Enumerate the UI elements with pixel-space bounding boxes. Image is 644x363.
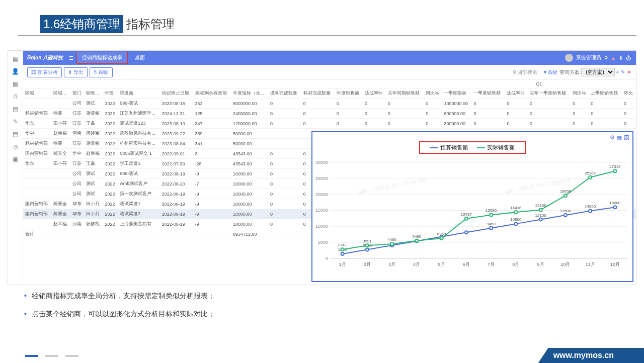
svg-point-54 — [440, 237, 443, 240]
search-input[interactable]: ⚲ 回车搜索 — [513, 69, 538, 76]
toolbar: ☷ 图表分析 ⬆ 导出 ↻ 刷新 ⚲ 回车搜索 ▼ 高级 查询方案: (空方案)… — [23, 65, 636, 80]
svg-text:0: 0 — [326, 256, 328, 261]
power-icon[interactable]: ⏻ — [626, 55, 631, 61]
svg-point-48 — [366, 244, 369, 247]
bullet-1: 经销商指标完成率全局分析，支持按需定制类似分析报表； — [32, 292, 215, 300]
filter-icon[interactable]: ▼ — [542, 69, 547, 75]
svg-text:9月: 9月 — [537, 262, 544, 267]
svg-point-58 — [490, 213, 493, 216]
svg-text:14850: 14850 — [585, 204, 596, 209]
sidebar-icon-print[interactable]: ⎙ — [11, 92, 20, 101]
sidebar-icon-doc[interactable]: ▤ — [11, 105, 20, 114]
chart-excel-icon[interactable]: ▦ — [617, 134, 622, 141]
sidebar-icon-apps[interactable]: ▦ — [11, 79, 20, 88]
svg-text:25367: 25367 — [585, 171, 596, 175]
svg-point-40 — [564, 214, 567, 217]
svg-text:6258: 6258 — [437, 232, 446, 236]
sidebar-icon-tool[interactable]: ✎ — [11, 117, 20, 126]
bell-icon[interactable]: ▲ — [611, 55, 616, 61]
svg-text:10000: 10000 — [315, 224, 328, 229]
svg-text:12437: 12437 — [461, 212, 472, 217]
svg-point-33 — [465, 231, 468, 234]
svg-point-50 — [390, 242, 393, 245]
slide-title: 1.6经销商管理 指标管理 — [40, 15, 178, 33]
sidebar-icon-user[interactable]: 👤 — [11, 67, 20, 76]
svg-text:15000: 15000 — [315, 208, 328, 213]
svg-text:2741: 2741 — [338, 243, 347, 247]
svg-point-64 — [564, 194, 567, 197]
title-part-a: 1.6经销商管理 — [40, 15, 123, 33]
tab-desktop[interactable]: 桌面 — [130, 52, 150, 63]
svg-point-26 — [341, 252, 344, 255]
chart-settings-icon[interactable]: ⚙ — [610, 134, 615, 141]
refresh-button[interactable]: ↻ 刷新 — [90, 67, 113, 77]
chart-legend: 预算销售额 实际销售额 — [419, 141, 526, 154]
sidebar-icon-file[interactable]: ▤ — [11, 130, 20, 139]
svg-text:12150: 12150 — [535, 213, 547, 218]
svg-point-60 — [514, 211, 517, 214]
svg-text:19658: 19658 — [560, 189, 572, 194]
user-area[interactable]: 系统管理员 ⚲ ▲ ⬇ ⏻ — [565, 54, 636, 62]
svg-point-42 — [589, 209, 592, 212]
svg-text:9450: 9450 — [487, 222, 496, 226]
svg-point-34 — [490, 227, 493, 230]
svg-text:3月: 3月 — [388, 262, 395, 267]
scheme-select[interactable]: (空方案) — [581, 68, 615, 76]
svg-text:10800: 10800 — [510, 217, 522, 222]
delete-icon[interactable]: ✕ — [627, 69, 631, 75]
svg-text:5490: 5490 — [412, 234, 421, 239]
bullets: •经销商指标完成率全局分析，支持按需定制类似分析报表； •点击某个经销商，可以以… — [24, 292, 215, 328]
svg-text:4466: 4466 — [387, 237, 396, 242]
download-icon[interactable]: ⬇ — [619, 55, 623, 61]
chart-tools: ⚙ ▦ 🖼 — [610, 134, 629, 141]
advanced-link[interactable]: 高级 — [547, 69, 557, 76]
sidebar-icon-target[interactable]: ◎ — [11, 142, 20, 151]
sidebar: ▦ 👤 ▦ ⎙ ▤ ✎ ▤ ◎ ▣ — [8, 51, 23, 285]
svg-point-28 — [366, 248, 369, 251]
svg-text:27319: 27319 — [609, 164, 621, 169]
search-icon[interactable]: ⚲ — [604, 55, 608, 61]
svg-text:5月: 5月 — [438, 262, 445, 267]
edit-icon[interactable]: ✎ — [621, 69, 625, 75]
user-name: 系统管理员 — [576, 54, 601, 61]
logo: Bojun 八骏科技 — [23, 54, 66, 61]
sidebar-icon-dashboard[interactable]: ▦ — [11, 54, 20, 63]
page-indicators — [25, 355, 78, 357]
svg-point-52 — [415, 239, 418, 242]
add-icon[interactable]: + — [616, 69, 619, 75]
svg-point-46 — [341, 248, 344, 251]
menu-icon[interactable]: ☰ — [69, 55, 73, 61]
bullet-2: 点击某个经销商，可以以图形化方式分析目标和实际对比； — [32, 310, 215, 318]
svg-text:13500: 13500 — [560, 209, 572, 213]
footer-url: www.mymos.cn — [538, 348, 644, 363]
svg-text:6月: 6月 — [463, 262, 470, 267]
svg-text:4月: 4月 — [413, 262, 420, 267]
svg-text:5000: 5000 — [318, 240, 328, 245]
legend-item-1: 预算销售额 — [440, 144, 468, 151]
chart-analyze-button[interactable]: ☷ 图表分析 — [27, 67, 62, 77]
tab-active[interactable]: 经销商指标达成率 — [76, 52, 128, 64]
svg-text:12月: 12月 — [610, 262, 620, 267]
svg-text:15166: 15166 — [535, 203, 547, 208]
chart-panel: ⚙ ▦ 🖼 预算销售额 实际销售额 盗版 八骏科技 2022-04-28 内部 … — [311, 131, 633, 282]
svg-text:14436: 14436 — [510, 206, 522, 210]
svg-text:10月: 10月 — [560, 262, 570, 267]
title-divider — [18, 35, 636, 36]
svg-text:1月: 1月 — [339, 262, 346, 267]
svg-point-62 — [539, 208, 542, 211]
svg-point-44 — [613, 206, 616, 209]
sidebar-icon-code[interactable]: ▣ — [11, 155, 20, 164]
export-button[interactable]: ⬆ 导出 — [64, 67, 88, 77]
svg-text:8月: 8月 — [512, 262, 519, 267]
title-part-b: 指标管理 — [123, 15, 178, 33]
svg-text:3991: 3991 — [363, 239, 372, 243]
svg-text:13586: 13586 — [486, 208, 497, 213]
chart-image-icon[interactable]: 🖼 — [624, 134, 629, 141]
svg-text:11月: 11月 — [586, 262, 595, 267]
avatar-icon — [565, 54, 573, 62]
app-window: ▦ 👤 ▦ ⎙ ▤ ✎ ▤ ◎ ▣ Bojun 八骏科技 ☰ 经销商指标达成率 … — [8, 50, 636, 285]
svg-text:25000: 25000 — [315, 176, 328, 181]
svg-text:30000: 30000 — [315, 160, 328, 165]
svg-point-66 — [589, 176, 592, 179]
svg-text:16000: 16000 — [609, 201, 621, 205]
